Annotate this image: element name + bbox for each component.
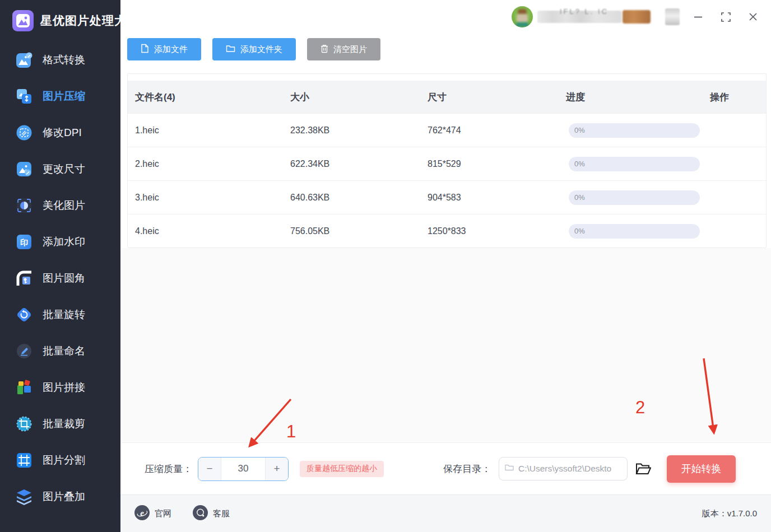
sidebar-item-label: 图片圆角: [43, 271, 85, 286]
cell-dimensions: 904*583: [420, 193, 561, 203]
sidebar-item-rename[interactable]: 批量命名: [0, 333, 120, 369]
main-panel: IFL? L. IC 添加: [120, 0, 771, 532]
sidebar-item-overlay[interactable]: 图片叠加: [0, 478, 120, 515]
titlebar-blurred-icon[interactable]: [665, 8, 680, 25]
cell-dimensions: 762*474: [420, 125, 561, 136]
progress-bar: 0%: [569, 157, 700, 171]
cell-filename: 2.heic: [128, 159, 283, 169]
sidebar-item-beautify[interactable]: 美化图片: [0, 187, 120, 223]
progress-bar: 0%: [569, 190, 700, 205]
file-table: 文件名(4) 大小 尺寸 进度 操作 1.heic 232.38KB 762*4…: [127, 73, 767, 248]
app-logo-icon: [12, 10, 34, 31]
clear-images-button[interactable]: 清空图片: [307, 38, 380, 60]
content-background: [120, 248, 771, 442]
beautify-icon: [15, 197, 33, 214]
corner-icon: [15, 269, 33, 287]
controls-bar: 压缩质量： − 30 + 质量越低压缩的越小 保存目录： C:\Users\ys…: [120, 442, 771, 494]
quality-input[interactable]: 30: [221, 458, 265, 480]
rename-icon: [15, 342, 33, 360]
col-filename: 文件名(4): [128, 91, 283, 104]
folder-icon: [505, 464, 514, 474]
cell-size: 622.34KB: [283, 159, 420, 169]
quality-minus-button[interactable]: −: [198, 458, 221, 480]
sidebar-item-label: 批量命名: [43, 344, 85, 358]
col-dimensions: 尺寸: [420, 91, 561, 104]
save-path-value: C:\Users\yssoft2\Deskto: [518, 464, 611, 474]
sidebar-item-rotate[interactable]: 批量旋转: [0, 296, 120, 333]
close-button[interactable]: [744, 8, 762, 26]
file-icon: [141, 44, 149, 55]
cell-dimensions: 815*529: [420, 159, 561, 169]
sidebar-item-split[interactable]: 图片分割: [0, 442, 120, 478]
support-link[interactable]: 客服: [193, 505, 230, 522]
footer: e 官网 客服 版本：v1.7.0.0: [120, 494, 771, 532]
toolbar: 添加文件 添加文件夹 清空图片: [120, 34, 771, 65]
trash-icon: [714, 157, 724, 170]
sidebar-item-label: 图片叠加: [43, 489, 85, 504]
save-directory-input[interactable]: C:\Users\yssoft2\Deskto: [499, 457, 628, 480]
sidebar-item-label: 图片压缩: [43, 89, 85, 104]
sidebar-item-watermark[interactable]: 印 添加水印: [0, 223, 120, 260]
col-operations: 操作: [700, 91, 766, 104]
table-row: 2.heic 622.34KB 815*529 0%: [128, 147, 766, 180]
sidebar-item-label: 修改DPI: [43, 125, 82, 140]
dpi-icon: [15, 124, 33, 142]
table-row: 1.heic 232.38KB 762*474 0%: [128, 113, 766, 147]
cell-size: 232.38KB: [283, 125, 420, 136]
quality-stepper: − 30 +: [198, 457, 289, 481]
sidebar-item-compress[interactable]: 图片压缩: [0, 78, 120, 114]
minimize-button[interactable]: [689, 8, 707, 26]
cell-size: 640.63KB: [283, 193, 420, 203]
delete-row-button[interactable]: [700, 191, 766, 204]
official-site-label: 官网: [155, 508, 171, 519]
sidebar-item-resize[interactable]: 更改尺寸: [0, 151, 120, 187]
cell-filename: 3.heic: [128, 193, 283, 203]
support-chat-icon: [193, 505, 208, 522]
overlay-icon: [15, 488, 33, 506]
sidebar-item-label: 格式转换: [43, 53, 85, 67]
sidebar-item-format[interactable]: 格式转换: [0, 41, 120, 78]
trash-icon: [321, 44, 328, 55]
maximize-button[interactable]: [717, 8, 735, 26]
format-icon: [15, 51, 33, 69]
sidebar-item-dpi[interactable]: 修改DPI: [0, 114, 120, 151]
vip-badge-blurred: [623, 10, 651, 24]
sidebar-item-corner[interactable]: 图片圆角: [0, 260, 120, 296]
start-convert-button[interactable]: 开始转换: [667, 455, 736, 483]
user-avatar[interactable]: [512, 6, 533, 27]
quality-plus-button[interactable]: +: [265, 458, 288, 480]
sidebar-item-label: 图片拼接: [43, 380, 85, 395]
split-icon: [15, 451, 33, 469]
trash-icon: [714, 124, 724, 137]
quality-label: 压缩质量：: [145, 463, 192, 475]
sidebar-item-label: 批量旋转: [43, 307, 85, 322]
table-row: 4.heic 756.05KB 1250*833 0%: [128, 214, 766, 248]
stitch-icon: [15, 379, 33, 396]
resize-icon: [15, 160, 33, 178]
add-folder-button[interactable]: 添加文件夹: [212, 38, 296, 60]
delete-row-button[interactable]: [700, 225, 766, 237]
quality-hint-badge: 质量越低压缩的越小: [300, 461, 384, 477]
delete-row-button[interactable]: [700, 157, 766, 170]
support-label: 客服: [213, 508, 230, 519]
save-directory-group: 保存目录： C:\Users\yssoft2\Deskto 开始转换: [443, 455, 771, 483]
progress-value: 0%: [574, 193, 585, 202]
save-directory-label: 保存目录：: [443, 463, 491, 475]
browse-folder-button[interactable]: [635, 462, 651, 475]
sidebar-item-stitch[interactable]: 图片拼接: [0, 369, 120, 405]
trash-icon: [714, 225, 724, 237]
col-progress: 进度: [561, 91, 700, 104]
rotate-icon: [15, 306, 33, 324]
sidebar-item-label: 批量裁剪: [43, 417, 85, 431]
progress-bar: 0%: [569, 123, 700, 138]
delete-row-button[interactable]: [700, 124, 766, 137]
official-site-link[interactable]: e 官网: [134, 505, 171, 522]
folder-icon: [226, 44, 235, 54]
app-logo-row: 星优图片处理大师: [0, 0, 120, 35]
add-file-button[interactable]: 添加文件: [127, 38, 201, 60]
col-size: 大小: [283, 91, 420, 104]
titlebar: IFL? L. IC: [120, 0, 771, 34]
version-text: 版本：v1.7.0.0: [702, 508, 757, 519]
sidebar-item-crop[interactable]: 批量裁剪: [0, 405, 120, 442]
compress-icon: [15, 87, 33, 105]
